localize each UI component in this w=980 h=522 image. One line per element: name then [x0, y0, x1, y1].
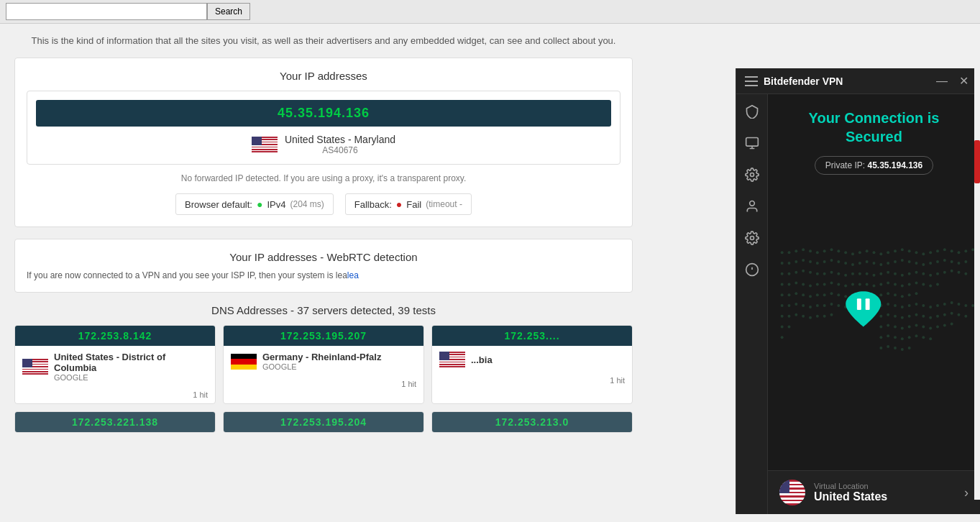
location-flag-us [779, 480, 805, 505]
svg-point-95 [823, 283, 826, 286]
svg-point-28 [929, 251, 932, 254]
vpn-info-icon[interactable] [743, 261, 761, 278]
svg-point-93 [809, 285, 812, 288]
svg-point-75 [873, 274, 876, 277]
map-pin-group [846, 291, 881, 326]
vpn-settings-icon[interactable] [743, 229, 761, 247]
svg-point-86 [951, 270, 953, 273]
svg-point-129 [901, 295, 904, 298]
svg-point-17 [851, 252, 854, 255]
svg-point-132 [781, 304, 784, 307]
search-input[interactable] [6, 3, 207, 20]
svg-point-183 [908, 326, 911, 329]
svg-point-155 [901, 306, 904, 308]
svg-rect-0 [746, 138, 758, 147]
vpn-location-bar[interactable]: Virtual Location United States › [768, 470, 980, 514]
svg-point-19 [866, 249, 869, 252]
browser-default-status: Browser default: ● IPv4 (204 ms) [175, 193, 334, 215]
location-text: Virtual Location United States [814, 482, 956, 503]
svg-point-94 [816, 283, 819, 286]
dns-info-1: United States - District of Columbia GOO… [15, 346, 215, 388]
dns-grid-bottom: 172.253.221.138 172.253.195.204 172.253.… [14, 411, 633, 433]
svg-point-159 [929, 306, 932, 308]
svg-point-102 [873, 285, 876, 288]
svg-point-112 [781, 293, 784, 296]
svg-point-104 [887, 282, 889, 285]
browser-default-label: Browser default: [185, 199, 252, 210]
svg-point-120 [837, 293, 840, 296]
dns-grid: 172.253.8.142 United States - District o… [14, 325, 633, 404]
svg-point-149 [816, 315, 819, 318]
svg-point-12 [816, 251, 819, 254]
svg-point-71 [844, 274, 847, 277]
dns-ip-6: 172.253.213.0 [432, 412, 632, 432]
location-flag-circle [779, 480, 805, 505]
svg-point-197 [929, 337, 932, 340]
svg-point-174 [936, 315, 939, 318]
svg-point-97 [837, 283, 840, 286]
svg-point-99 [851, 283, 854, 286]
svg-point-158 [922, 304, 925, 307]
vpn-shield-icon[interactable] [743, 103, 761, 120]
svg-point-83 [929, 274, 932, 277]
vpn-close-button[interactable]: ✕ [956, 74, 971, 88]
svg-point-41 [823, 260, 826, 263]
svg-point-121 [844, 295, 847, 298]
vpn-minimize-button[interactable]: — [933, 75, 951, 88]
svg-point-168 [894, 315, 897, 318]
browser-protocol: IPv4 [267, 199, 285, 210]
dns-card-4: 172.253.221.138 [14, 411, 216, 433]
svg-point-43 [837, 260, 840, 263]
svg-point-171 [915, 313, 918, 316]
dns-ip-2: 172.253.195.207 [224, 326, 423, 346]
svg-point-13 [823, 249, 826, 252]
svg-point-74 [866, 273, 869, 275]
svg-point-180 [887, 324, 889, 327]
svg-point-92 [802, 283, 805, 286]
svg-point-130 [908, 293, 911, 296]
svg-point-16 [844, 251, 847, 254]
svg-point-33 [964, 249, 967, 252]
webrtc-text: If you are now connected to a VPN and yo… [27, 270, 620, 280]
vpn-app-title: Bitdefender VPN [764, 75, 928, 87]
webrtc-link[interactable]: lea [347, 270, 359, 280]
dns-hits-2: 1 hit [224, 377, 423, 393]
svg-point-26 [915, 251, 918, 254]
vpn-menu-button[interactable] [745, 76, 758, 86]
svg-point-58 [943, 259, 946, 262]
svg-point-73 [858, 273, 861, 275]
svg-point-192 [894, 336, 897, 339]
svg-point-189 [951, 323, 953, 326]
svg-point-146 [794, 313, 797, 316]
scrollbar-thumb[interactable] [974, 140, 980, 183]
vpn-sidebar [736, 94, 768, 514]
svg-point-56 [929, 262, 932, 265]
dns-card-2: 172.253.195.207 Germany - Rheinland-Pfal… [223, 325, 424, 404]
vpn-display-icon[interactable] [743, 134, 761, 152]
svg-point-96 [830, 282, 833, 285]
page-scrollbar[interactable] [974, 68, 980, 500]
svg-point-193 [901, 337, 904, 340]
vpn-user-icon[interactable] [743, 198, 761, 215]
svg-point-133 [788, 304, 791, 307]
svg-point-116 [809, 295, 812, 298]
svg-point-187 [936, 326, 939, 329]
svg-point-199 [887, 345, 889, 348]
svg-point-117 [816, 293, 819, 296]
top-bar: Search [0, 0, 980, 24]
svg-point-38 [802, 259, 805, 262]
private-ip-value: 45.35.194.136 [867, 160, 922, 170]
svg-point-173 [929, 316, 932, 319]
svg-point-42 [830, 259, 833, 262]
svg-point-55 [922, 263, 925, 266]
svg-rect-206 [857, 298, 861, 310]
svg-point-181 [894, 326, 897, 329]
dns-ip-4: 172.253.221.138 [15, 412, 215, 432]
dns-section-title: DNS Addresses - 37 servers detected, 39 … [14, 304, 633, 316]
svg-point-103 [879, 283, 882, 286]
dns-isp-2: GOOGLE [262, 362, 416, 371]
search-button[interactable]: Search [207, 3, 250, 20]
svg-point-139 [830, 303, 833, 306]
svg-point-196 [922, 336, 925, 339]
vpn-gear-icon[interactable] [743, 166, 761, 183]
